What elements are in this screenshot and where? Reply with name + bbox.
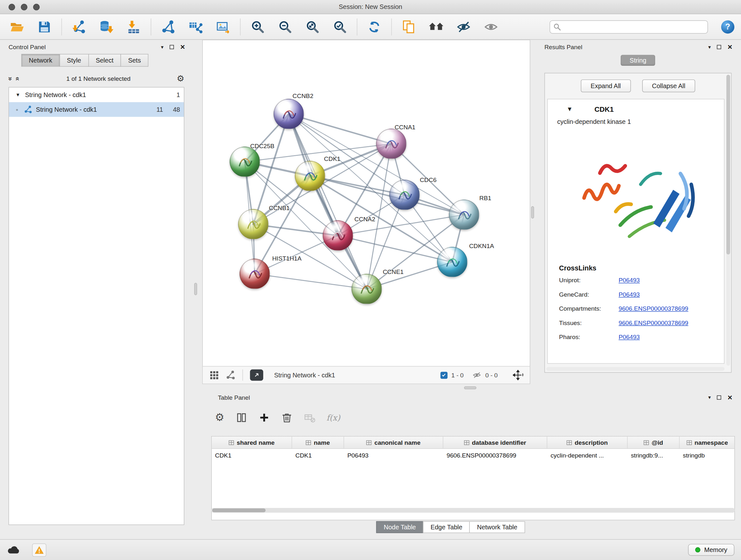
column-header[interactable]: name (292, 436, 344, 448)
float-panel-icon[interactable] (717, 395, 721, 399)
collapse-all-button[interactable]: Collapse All (642, 79, 695, 92)
database-import-icon (99, 19, 113, 34)
zoom-window-button[interactable] (33, 4, 40, 10)
collection-expand-caret-icon[interactable]: ▼ (16, 92, 22, 98)
network-node-CCNB1[interactable] (238, 209, 268, 240)
column-header[interactable]: shared name (212, 436, 292, 448)
panel-menu-icon[interactable]: ▾ (708, 44, 711, 50)
close-window-button[interactable] (9, 4, 15, 10)
import-network-button[interactable] (69, 17, 89, 37)
zoom-fit-button[interactable] (302, 17, 323, 37)
right-splitter-handle[interactable] (531, 206, 534, 219)
table-row[interactable]: CDK1CDK1P064939606.ENSP00000378699cyclin… (212, 449, 734, 462)
tab-style[interactable]: Style (59, 54, 89, 67)
network-node-HIST1H1A[interactable] (240, 259, 270, 289)
column-header[interactable]: namespace (679, 436, 735, 448)
cloud-icon[interactable] (7, 545, 22, 555)
float-panel-icon[interactable] (170, 45, 174, 49)
network-edge[interactable] (310, 176, 464, 214)
hidden-eye-slash-icon[interactable] (472, 371, 482, 379)
network-node-CCNE1[interactable] (352, 274, 382, 304)
crosslink-link[interactable]: 9606.ENSP00000378699 (618, 305, 688, 312)
pan-crosshair-icon[interactable] (513, 370, 523, 380)
tab-edge-table[interactable]: Edge Table (423, 521, 470, 533)
column-header[interactable]: database identifier (443, 436, 547, 448)
zoom-selected-button[interactable] (329, 17, 350, 37)
table-options-gear-icon[interactable]: ⚙ (215, 413, 224, 423)
network-edge[interactable] (255, 274, 367, 289)
open-session-button[interactable] (7, 17, 27, 37)
import-table-from-database-button[interactable] (96, 17, 117, 37)
memory-button[interactable]: Memory (688, 544, 734, 556)
tab-string[interactable]: String (621, 55, 656, 66)
zoom-in-button[interactable] (247, 17, 268, 37)
tab-sets[interactable]: Sets (121, 54, 148, 67)
tab-network[interactable]: Network (21, 54, 60, 67)
column-header[interactable]: @id (628, 436, 680, 448)
annotations-button[interactable] (398, 17, 419, 37)
network-node-label: CDC6 (420, 176, 436, 183)
refresh-button[interactable] (364, 17, 385, 37)
tab-node-table[interactable]: Node Table (376, 521, 423, 533)
crosslink-link[interactable]: P06493 (618, 291, 639, 298)
save-session-button[interactable] (34, 17, 55, 37)
delete-column-trash-icon[interactable] (281, 412, 293, 423)
warnings-button[interactable] (32, 543, 46, 556)
crosslink-link[interactable]: P06493 (618, 333, 639, 340)
export-image-button[interactable] (212, 17, 233, 37)
network-edge[interactable] (289, 114, 391, 144)
network-node-CDC6[interactable] (389, 180, 420, 210)
overview-button[interactable] (426, 17, 447, 37)
column-header[interactable]: description (547, 436, 628, 448)
network-edge[interactable] (338, 236, 452, 262)
network-collection-row[interactable]: ▼ String Network - cdk1 1 (9, 87, 184, 102)
grid-view-icon[interactable] (209, 370, 219, 380)
network-node-CDK1[interactable] (295, 161, 325, 191)
new-network-button[interactable] (158, 17, 179, 37)
minimize-window-button[interactable] (21, 4, 27, 10)
results-vertical-scrollbar[interactable] (726, 75, 730, 366)
close-panel-icon[interactable]: ✕ (180, 44, 185, 50)
collapse-protein-caret-icon[interactable]: ▼ (567, 106, 573, 112)
network-node-CCNA2[interactable] (323, 220, 353, 251)
expand-all-networks-icon[interactable]: « (14, 77, 22, 80)
network-canvas[interactable]: CCNB2CCNA1CDC25BCDK1CDC6RB1CCNB1CCNA2CDK… (203, 40, 530, 366)
import-table-button[interactable] (124, 17, 144, 37)
selected-nodes-checkbox-icon[interactable] (441, 372, 448, 379)
network-view-icon[interactable] (226, 370, 235, 380)
panel-menu-icon[interactable]: ▾ (161, 44, 163, 50)
search-input[interactable] (549, 20, 708, 33)
hide-graphics-details-button[interactable] (453, 17, 474, 37)
bottom-splitter-handle[interactable] (464, 386, 476, 389)
column-header[interactable]: canonical name (344, 436, 443, 448)
detach-view-button[interactable] (250, 369, 263, 381)
zoom-out-button[interactable] (274, 17, 295, 37)
float-panel-icon[interactable] (717, 45, 721, 49)
tab-network-table[interactable]: Network Table (469, 521, 525, 533)
network-edge[interactable] (289, 114, 367, 289)
crosslink-link[interactable]: P06493 (618, 277, 639, 284)
network-row[interactable]: ● String Network - cdk1 11 48 (9, 102, 184, 117)
network-node-CDC25B[interactable] (230, 146, 260, 177)
left-splitter-handle[interactable] (194, 283, 197, 295)
help-button[interactable]: ? (721, 20, 734, 33)
show-graphics-details-button[interactable] (481, 17, 501, 37)
results-horizontal-scrollbar[interactable] (546, 367, 724, 371)
scrollbar-thumb[interactable] (212, 509, 266, 512)
tab-select[interactable]: Select (88, 54, 121, 67)
table-horizontal-scrollbar[interactable] (211, 508, 735, 513)
collapse-all-networks-icon[interactable]: » (6, 77, 14, 80)
expand-all-button[interactable]: Expand All (581, 79, 631, 92)
create-column-plus-icon[interactable] (259, 412, 270, 423)
network-node-CCNB2[interactable] (273, 99, 304, 129)
close-panel-icon[interactable]: ✕ (727, 394, 732, 400)
close-panel-icon[interactable]: ✕ (727, 44, 732, 50)
panel-menu-icon[interactable]: ▾ (708, 395, 711, 400)
network-node-RB1[interactable] (449, 199, 479, 230)
show-columns-icon[interactable] (236, 412, 247, 423)
crosslink-link[interactable]: 9606.ENSP00000378699 (618, 319, 688, 326)
network-node-CDKN1A[interactable] (437, 247, 468, 277)
network-from-table-button[interactable] (185, 17, 206, 37)
network-node-CCNA1[interactable] (376, 129, 407, 159)
network-options-gear-icon[interactable]: ⚙ (177, 74, 185, 83)
